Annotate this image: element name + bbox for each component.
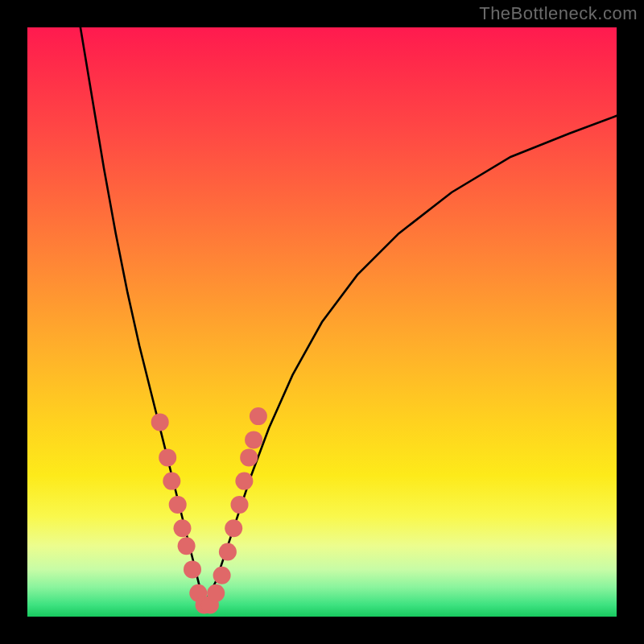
scatter-dot — [231, 496, 249, 514]
scatter-dot — [245, 431, 262, 448]
right-branch-curve — [204, 116, 617, 605]
scatter-dot — [219, 543, 237, 561]
scatter-dot — [151, 413, 169, 431]
scatter-dot — [235, 473, 253, 490]
scatter-dot — [159, 448, 176, 466]
scatter-dot — [225, 519, 242, 537]
plot-area — [27, 27, 617, 617]
scatter-dot — [178, 537, 196, 555]
curve-layer — [27, 27, 617, 617]
scatter-dot — [184, 560, 201, 578]
left-branch-curve — [80, 27, 204, 605]
scatter-dot — [163, 473, 180, 490]
scatter-dot — [240, 448, 258, 466]
scatter-dot — [213, 567, 231, 584]
scatter-dot — [174, 519, 192, 537]
scatter-dots — [151, 407, 267, 613]
watermark-label: TheBottleneck.com — [479, 3, 638, 24]
scatter-dot — [207, 584, 225, 602]
scatter-dot — [169, 496, 187, 514]
scatter-dot — [250, 407, 267, 425]
chart-frame: TheBottleneck.com — [0, 0, 644, 644]
